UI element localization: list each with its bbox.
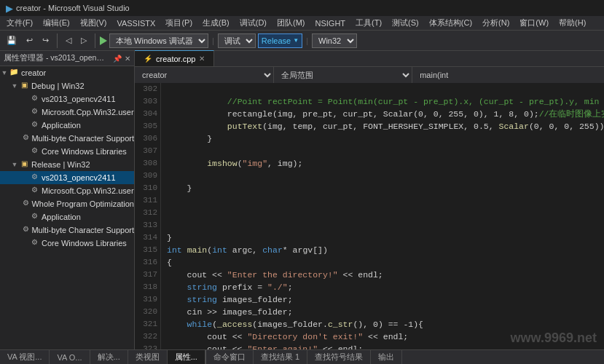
tree-label: Whole Program Optimization — [31, 199, 134, 208]
bottom-tab-2[interactable]: 解决... — [90, 350, 128, 364]
active-tab[interactable]: ⚡ creator.cpp ✕ — [135, 50, 214, 66]
tree-item[interactable]: ▼ ▣ Release | Win32 — [0, 158, 134, 171]
tree-label: Application — [42, 121, 81, 130]
toolbar: 💾 ↩ ↪ ◁ ▷ 本地 Windows 调试器 | 调试 Release ▼ … — [0, 31, 604, 51]
bottom-panel-0[interactable]: 命令窗口 — [206, 350, 254, 364]
scope-dropdown[interactable]: creator — [135, 67, 274, 83]
code-line: while(_access(images_folder.c_str(), 0) … — [167, 318, 604, 331]
tree-icon: 📁 — [9, 68, 19, 78]
tree-item[interactable]: ⚙ Multi-byte Character Support — [0, 223, 134, 237]
tab-icon: ⚡ — [144, 55, 152, 63]
tree-icon: ▣ — [19, 81, 29, 91]
tree-label: Application — [42, 213, 81, 221]
tree-icon: ⚙ — [29, 186, 39, 196]
menu-item-nsight[interactable]: NSIGHT — [310, 17, 351, 29]
tab-label: creator.cpp — [156, 55, 195, 63]
menu-item-v[interactable]: 视图(V) — [75, 16, 112, 30]
code-line — [167, 83, 604, 95]
tree-label: vs2013_opencv2411 — [42, 173, 116, 182]
tree-label: vs2013_opencv2411 — [42, 95, 116, 103]
panel-icons: 📌 ✕ — [113, 55, 130, 63]
menu-item-f[interactable]: 文件(F) — [1, 16, 38, 30]
tree-label: Release | Win32 — [31, 160, 90, 169]
code-line: } — [167, 182, 604, 194]
code-view[interactable]: 3023033043053063073083093103113123133143… — [135, 83, 604, 349]
tree-label: Microsoft.Cpp.Win32.user — [42, 186, 134, 195]
menu-item-p[interactable]: 项目(P) — [160, 16, 197, 30]
tree-item[interactable]: ⚙ Multi-byte Character Support — [0, 132, 134, 145]
function-dropdown[interactable]: main(int — [412, 67, 604, 83]
bottom-tab-3[interactable]: 类视图 — [128, 350, 168, 364]
release-dropdown[interactable]: Release ▼ — [258, 33, 302, 48]
config-select[interactable]: 调试 — [218, 33, 256, 48]
play-icon[interactable] — [100, 36, 107, 45]
menu-item-n[interactable]: 分析(N) — [477, 16, 514, 30]
tree-arrow: ▼ — [10, 161, 19, 168]
menu-item-w[interactable]: 窗口(W) — [514, 16, 554, 30]
tree-icon: ⚙ — [29, 146, 39, 157]
code-line: } — [167, 232, 604, 244]
toolbar-back-btn[interactable]: ◁ — [62, 34, 75, 47]
tree-item[interactable]: ⚙ Application — [0, 119, 134, 132]
menu-item-t[interactable]: 工具(T) — [350, 16, 387, 30]
code-line — [167, 219, 604, 232]
tab-close-btn[interactable]: ✕ — [199, 55, 205, 63]
range-dropdown[interactable]: 全局范围 — [274, 67, 413, 83]
bottom-tab-1[interactable]: VA O... — [50, 350, 90, 364]
editor-area: ⚡ creator.cpp ✕ creator 全局范围 main(int 30… — [135, 51, 604, 349]
tree-icon: ⚙ — [29, 238, 39, 248]
bottom-tab-4[interactable]: 属性... — [168, 350, 205, 364]
code-line — [167, 207, 604, 219]
tree-item[interactable]: ⚙ Whole Program Optimization — [0, 197, 134, 210]
menu-item-b[interactable]: 生成(B) — [197, 16, 235, 30]
code-line: //Point rectPoint = Point(min(cur_pt - p… — [167, 95, 604, 108]
menu-item-vassistx[interactable]: VASSISTX — [111, 17, 160, 29]
tree-arrow: ▼ — [0, 69, 9, 76]
release-label: Release — [262, 36, 291, 45]
tree-item[interactable]: ⚙ vs2013_opencv2411 — [0, 92, 134, 106]
menu-item-c[interactable]: 体系结构(C) — [424, 16, 477, 30]
tree-item[interactable]: ⚙ Microsoft.Cpp.Win32.user — [0, 106, 134, 119]
code-line: cin >> images_folder; — [167, 306, 604, 318]
menu-item-m[interactable]: 团队(M) — [272, 16, 310, 30]
code-content[interactable]: //Point rectPoint = Point(min(cur_pt - p… — [161, 83, 604, 349]
toolbar-sep4: | — [306, 36, 308, 45]
menu-item-s[interactable]: 测试(S) — [387, 16, 424, 30]
panel-close-btn[interactable]: ✕ — [125, 55, 130, 63]
tree-label: Microsoft.Cpp.Win32.user — [42, 108, 134, 116]
panel-header: 属性管理器 - vs2013_opencv2411 📌 ✕ — [0, 51, 134, 66]
debug-target-select[interactable]: 本地 Windows 调试器 — [109, 33, 208, 48]
tree-item[interactable]: ⚙ Core Windows Libraries — [0, 145, 134, 158]
menubar: 文件(F)编辑(E)视图(V)VASSISTX项目(P)生成(B)调试(D)团队… — [0, 16, 604, 31]
tree-item[interactable]: ⚙ Core Windows Libraries — [0, 237, 134, 250]
bottom-tab-0[interactable]: VA 视图... — [0, 350, 50, 364]
editor-tabs: ⚡ creator.cpp ✕ — [135, 51, 604, 67]
tree-label: Debug | Win32 — [31, 82, 85, 90]
menu-item-e[interactable]: 编辑(E) — [38, 16, 75, 30]
bottom-panel-2[interactable]: 查找符号结果 — [307, 350, 371, 364]
toolbar-forward-btn[interactable]: ▷ — [77, 34, 90, 47]
panel-pin-btn[interactable]: 📌 — [113, 55, 122, 63]
tree-item[interactable]: ▼ 📁 creator — [0, 66, 134, 79]
titlebar: ▶ creator - Microsoft Visual Studio — [0, 0, 604, 16]
tree-item[interactable]: ⚙ vs2013_opencv2411 — [0, 171, 134, 184]
toolbar-save-btn[interactable]: 💾 — [3, 34, 20, 47]
code-line: cout << "Enter the directory!" << endl; — [167, 269, 604, 281]
menu-item-d[interactable]: 调试(D) — [235, 16, 272, 30]
code-line — [167, 145, 604, 157]
menu-item-h[interactable]: 帮助(H) — [554, 16, 591, 30]
toolbar-redo-btn[interactable]: ↪ — [39, 34, 52, 47]
code-line: imshow("img", img); — [167, 157, 604, 170]
toolbar-undo-btn[interactable]: ↩ — [23, 34, 36, 47]
platform-select[interactable]: Win32 — [312, 33, 357, 48]
tree-icon: ⚙ — [22, 133, 29, 143]
bottom-panel-3[interactable]: 输出 — [371, 350, 402, 364]
toolbar-sep2 — [95, 33, 95, 48]
tree-item[interactable]: ⚙ Application — [0, 210, 134, 223]
bottom-panel-1[interactable]: 查找结果 1 — [254, 350, 307, 364]
code-line: putText(img, temp, cur_pt, FONT_HERSHEY_… — [167, 120, 604, 132]
code-line: } — [167, 132, 604, 145]
tree-item[interactable]: ▼ ▣ Debug | Win32 — [0, 79, 134, 92]
code-line: string prefix = "./"; — [167, 281, 604, 293]
tree-item[interactable]: ⚙ Microsoft.Cpp.Win32.user — [0, 184, 134, 197]
